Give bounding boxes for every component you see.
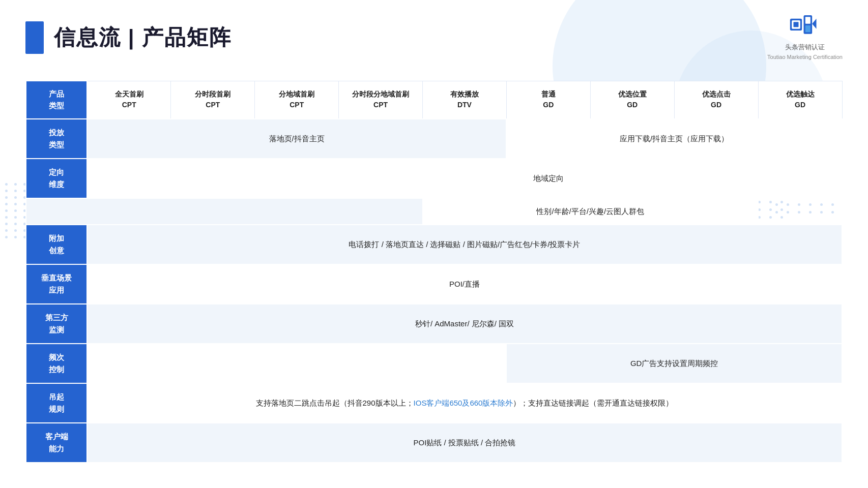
row-label-creative: 附加创意 xyxy=(26,225,87,264)
table-row-frequency: 频次控制 GD广告支持设置周期频控 xyxy=(26,344,842,383)
table-row-placement-type: 投放类型 落地页/抖音主页 应用下载/抖音主页（应用下载） xyxy=(26,119,842,159)
row-label-targeting: 定向维度 xyxy=(26,159,87,198)
cell-vertical: POI/直播 xyxy=(87,264,842,304)
page-header: 信息流 | 产品矩阵 头条营销认证 Toutiao Marketing Cert… xyxy=(25,15,843,60)
row-label-monitor: 第三方监测 xyxy=(26,304,87,344)
col-header-8: 优选点击GD xyxy=(674,81,758,119)
header-accent-bar xyxy=(25,21,44,54)
cell-targeting-geo: 地域定向 xyxy=(255,159,842,198)
logo-text-en: Toutiao Marketing Certification xyxy=(767,54,843,60)
product-matrix-table: 产品类型 全天首刷CPT 分时段首刷CPT 分地域首刷CPT 分时段分地域首刷C… xyxy=(25,80,843,463)
col-header-6: 普通GD xyxy=(506,81,590,119)
col-header-1: 全天首刷CPT xyxy=(87,81,171,119)
col-header-5: 有效播放DTV xyxy=(423,81,507,119)
row-label-trigger: 吊起规则 xyxy=(26,383,87,423)
cell-placement-landing: 落地页/抖音主页 xyxy=(87,119,506,159)
logo-area: 头条营销认证 Toutiao Marketing Certification xyxy=(767,15,843,60)
cell-frequency-gd: GD广告支持设置周期频控 xyxy=(506,344,842,383)
svg-rect-2 xyxy=(794,22,799,27)
header-left: 信息流 | 产品矩阵 xyxy=(25,21,232,54)
table-row-targeting: 定向维度 地域定向 xyxy=(26,159,842,198)
table-row-targeting-2: 性别/年龄/平台/兴趣/云图人群包 xyxy=(26,198,842,225)
logo-text-cn: 头条营销认证 xyxy=(785,43,825,52)
svg-marker-6 xyxy=(812,19,816,29)
cell-trigger: 支持落地页二跳点击吊起（抖音290版本以上；IOS客户端650及660版本除外）… xyxy=(87,383,842,423)
col-header-9: 优选触达GD xyxy=(758,81,842,119)
trigger-blue-text: IOS客户端650及660版本除外 xyxy=(414,399,513,407)
row-label-vertical: 垂直场景应用 xyxy=(26,264,87,304)
col-header-7: 优选位置GD xyxy=(590,81,674,119)
col-header-4: 分时段分地域首刷CPT xyxy=(339,81,423,119)
cell-targeting-demo: 性别/年龄/平台/兴趣/云图人群包 xyxy=(423,198,759,225)
row-label-frequency: 频次控制 xyxy=(26,344,87,383)
table-row-monitor: 第三方监测 秒针/ AdMaster/ 尼尔森/ 国双 xyxy=(26,304,842,344)
svg-rect-4 xyxy=(805,17,811,23)
col-header-2: 分时段首刷CPT xyxy=(171,81,255,119)
cell-targeting-empty2 xyxy=(26,198,423,225)
cell-monitor: 秒针/ AdMaster/ 尼尔森/ 国双 xyxy=(87,304,842,344)
row-label-client: 客户端能力 xyxy=(26,423,87,463)
header-label-cell: 产品类型 xyxy=(26,81,87,119)
cell-placement-app: 应用下载/抖音主页（应用下载） xyxy=(506,119,842,159)
table-row-vertical: 垂直场景应用 POI/直播 xyxy=(26,264,842,304)
row-label-placement-type: 投放类型 xyxy=(26,119,87,159)
table-row-client: 客户端能力 POI贴纸 / 投票贴纸 / 合拍抢镜 xyxy=(26,423,842,463)
cell-frequency-empty xyxy=(87,344,506,383)
cell-creative: 电话拨打 / 落地页直达 / 选择磁贴 / 图片磁贴/广告红包/卡券/投票卡片 xyxy=(87,225,842,264)
table-row-trigger: 吊起规则 支持落地页二跳点击吊起（抖音290版本以上；IOS客户端650及660… xyxy=(26,383,842,423)
col-header-3: 分地域首刷CPT xyxy=(255,81,339,119)
page-title: 信息流 | 产品矩阵 xyxy=(54,23,232,52)
cell-targeting-empty xyxy=(87,159,255,198)
table-header-row: 产品类型 全天首刷CPT 分时段首刷CPT 分地域首刷CPT 分时段分地域首刷C… xyxy=(26,81,842,119)
table-row-creative: 附加创意 电话拨打 / 落地页直达 / 选择磁贴 / 图片磁贴/广告红包/卡券/… xyxy=(26,225,842,264)
cell-client: POI贴纸 / 投票贴纸 / 合拍抢镜 xyxy=(87,423,842,463)
svg-rect-5 xyxy=(805,25,811,32)
logo-icon xyxy=(790,15,820,41)
